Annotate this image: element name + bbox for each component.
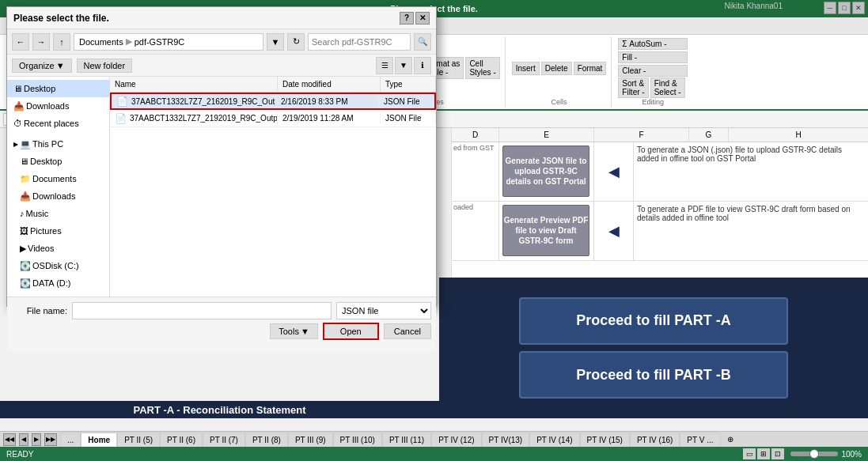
tools-btn[interactable]: Tools▼ bbox=[270, 323, 318, 339]
view-dropdown-btn[interactable]: ▼ bbox=[395, 57, 412, 74]
view-buttons: ▭ ⊞ ⊡ bbox=[743, 448, 784, 459]
sheet-tab-pt4-13[interactable]: PT IV(13) bbox=[482, 433, 530, 447]
file-row-0[interactable]: 📄 37AABCT1332L7Z7_2162019_R9C_Output....… bbox=[110, 93, 436, 110]
fill-btn[interactable]: Fill - bbox=[618, 51, 688, 63]
sidebar-this-pc[interactable]: ▶ 💻 This PC bbox=[7, 135, 109, 153]
zoom-slider[interactable] bbox=[790, 452, 838, 456]
format-btn[interactable]: Format bbox=[574, 62, 607, 75]
sheet-tab-pt2-8[interactable]: PT II (8) bbox=[245, 433, 288, 447]
dialog-title-bar: Please select the file. ? ✕ bbox=[7, 7, 436, 29]
cell-styles-btn[interactable]: CellStyles - bbox=[465, 57, 499, 79]
col-g-header: G bbox=[689, 128, 729, 142]
find-select-btn[interactable]: Find &Select - bbox=[650, 77, 685, 98]
sheet-tab-pt3-9[interactable]: PT III (9) bbox=[288, 433, 333, 447]
proceed-part-a-btn[interactable]: Proceed to fill PART -A bbox=[519, 297, 788, 345]
sort-filter-btn[interactable]: Sort &Filter - bbox=[618, 77, 648, 98]
cells-group: Insert Delete Format Cells bbox=[507, 36, 612, 108]
delete-btn[interactable]: Delete bbox=[541, 62, 572, 75]
sheet-tab-pt4-14[interactable]: PT IV (14) bbox=[529, 433, 579, 447]
dialog-action-row: Tools▼ Open Cancel bbox=[12, 323, 431, 340]
autosum-btn[interactable]: Σ AutoSum - bbox=[618, 38, 688, 50]
right-proceed-panel: Proceed to fill PART -A Proceed to fill … bbox=[439, 278, 868, 418]
sheet-tab-pt4-16[interactable]: PT IV (16) bbox=[630, 433, 680, 447]
info-btn[interactable]: ℹ bbox=[414, 57, 431, 74]
address-bar: ← → ↑ Documents ▶ pdf-GSTR9C ▼ ↻ 🔍 bbox=[7, 29, 436, 55]
add-sheet-btn[interactable]: ⊕ bbox=[724, 433, 737, 445]
sidebar-recent[interactable]: ⏱ Recent places bbox=[7, 115, 109, 132]
sidebar-downloads[interactable]: 📥 Downloads bbox=[7, 97, 109, 115]
filename-input[interactable] bbox=[72, 302, 332, 319]
col-type-header[interactable]: Type bbox=[381, 77, 436, 92]
dialog-close-btn[interactable]: ✕ bbox=[415, 12, 430, 25]
normal-view-btn[interactable]: ▭ bbox=[743, 448, 756, 459]
sheet-tab-ptv[interactable]: PT V ... bbox=[680, 433, 720, 447]
proceed-part-b-btn[interactable]: Proceed to fill PART -B bbox=[519, 351, 788, 399]
sidebar-desktop[interactable]: 🖥 Desktop bbox=[7, 80, 109, 97]
col-h-header: H bbox=[729, 128, 868, 142]
generate-json-btn[interactable]: Generate JSON file to upload GSTR-9C det… bbox=[502, 145, 589, 197]
file-type-1: JSON File bbox=[381, 112, 436, 124]
open-btn[interactable]: Open bbox=[323, 323, 379, 340]
nav-forward-btn[interactable]: → bbox=[32, 33, 50, 51]
sheet-tab-pt3-11[interactable]: PT III (11) bbox=[382, 433, 431, 447]
filetype-select[interactable]: JSON file bbox=[336, 302, 431, 319]
close-btn[interactable]: ✕ bbox=[852, 2, 865, 14]
sheet-tab-pt2-7[interactable]: PT II (7) bbox=[203, 433, 245, 447]
editing-group: Σ AutoSum - Fill - Clear - Sort &Filter … bbox=[613, 36, 692, 108]
sidebar-downloads-2[interactable]: 📥 Downloads bbox=[7, 187, 109, 205]
dialog-bottom: File name: JSON file Tools▼ Open Cancel bbox=[7, 297, 436, 352]
sheet-tab-pt2-5[interactable]: PT II (5) bbox=[117, 433, 160, 447]
zoom-level: 100% bbox=[841, 450, 862, 459]
view-list-btn[interactable]: ☰ bbox=[376, 57, 393, 74]
music-icon: ♪ bbox=[20, 209, 25, 218]
sidebar-data[interactable]: 💽 DATA (D:) bbox=[7, 274, 109, 292]
filename-label: File name: bbox=[12, 306, 67, 316]
address-path[interactable]: Documents ▶ pdf-GSTR9C bbox=[74, 33, 263, 51]
sidebar-documents[interactable]: 📁 Documents bbox=[7, 170, 109, 187]
sidebar-desktop-2[interactable]: 🖥 Desktop bbox=[7, 153, 109, 170]
clear-btn[interactable]: Clear - bbox=[618, 65, 688, 77]
search-input[interactable] bbox=[308, 33, 411, 51]
pdf-desc: To generate a PDF file to view GSTR-9C d… bbox=[634, 202, 868, 260]
part-a-title: PART -A - Reconciliation Statement bbox=[133, 404, 305, 416]
maximize-btn[interactable]: □ bbox=[838, 2, 851, 14]
sidebar-pictures[interactable]: 🖼 Pictures bbox=[7, 222, 109, 240]
sheet-tab-pt4-12[interactable]: PT IV (12) bbox=[431, 433, 481, 447]
content-row-1: ed from GST Generate JSON file to upload… bbox=[452, 142, 868, 202]
sidebar-music[interactable]: ♪ Music bbox=[7, 205, 109, 222]
sidebar-osdisk[interactable]: 💽 OSDisk (C:) bbox=[7, 257, 109, 274]
tab-nav-right[interactable]: ▶ bbox=[32, 433, 41, 446]
nav-up-btn[interactable]: ↑ bbox=[53, 33, 70, 51]
sheet-tab-home[interactable]: Home bbox=[81, 433, 117, 447]
tab-nav-left[interactable]: ◀ bbox=[19, 433, 28, 446]
col-date-header[interactable]: Date modified bbox=[278, 77, 381, 92]
new-folder-btn[interactable]: New folder bbox=[77, 59, 133, 73]
generate-pdf-btn[interactable]: Generate Preview PDF file to view Draft … bbox=[502, 205, 589, 256]
downloads2-icon: 📥 bbox=[20, 191, 31, 202]
tab-nav-prev[interactable]: ◀◀ bbox=[3, 433, 16, 446]
addr-refresh-btn[interactable]: ↻ bbox=[287, 33, 305, 51]
minimize-btn[interactable]: ─ bbox=[824, 2, 836, 14]
nav-back-btn[interactable]: ← bbox=[12, 33, 29, 51]
file-date-1: 2/19/2019 11:28 AM bbox=[278, 112, 381, 124]
sheet-tab-dots[interactable]: ... bbox=[60, 433, 81, 447]
cancel-btn[interactable]: Cancel bbox=[384, 323, 431, 339]
content-row-2: oaded Generate Preview PDF file to view … bbox=[452, 202, 868, 261]
organize-btn[interactable]: Organize▼ bbox=[12, 59, 72, 73]
editing-label: Editing bbox=[618, 98, 688, 106]
sheet-tab-pt3-10[interactable]: PT III (10) bbox=[333, 433, 382, 447]
col-d-cell-1: ed from GST bbox=[452, 142, 499, 201]
page-break-view-btn[interactable]: ⊡ bbox=[771, 448, 784, 459]
sheet-tab-pt2-6[interactable]: PT II (6) bbox=[160, 433, 203, 447]
page-layout-view-btn[interactable]: ⊞ bbox=[757, 448, 770, 459]
addr-dropdown-btn[interactable]: ▼ bbox=[267, 33, 284, 51]
search-btn[interactable]: 🔍 bbox=[414, 33, 431, 51]
file-row-1[interactable]: 📄 37AABCT1332L7Z7_2192019_R9C_Output....… bbox=[110, 110, 436, 127]
sidebar-videos[interactable]: ▶ Videos bbox=[7, 240, 109, 257]
tab-nav-next[interactable]: ▶▶ bbox=[44, 433, 57, 446]
dialog-help-btn[interactable]: ? bbox=[400, 12, 414, 25]
insert-btn[interactable]: Insert bbox=[512, 62, 540, 75]
sheet-tab-pt4-15[interactable]: PT IV (15) bbox=[580, 433, 630, 447]
col-name-header[interactable]: Name bbox=[110, 77, 278, 92]
zoom-slider-thumb bbox=[809, 449, 819, 459]
